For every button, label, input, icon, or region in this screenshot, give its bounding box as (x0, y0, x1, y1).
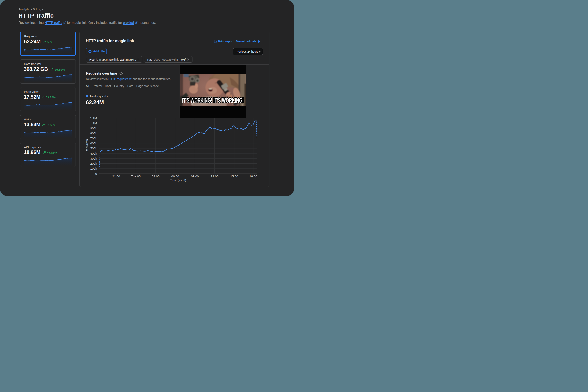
svg-text:21:00: 21:00 (112, 174, 120, 178)
svg-text:makeameme.org: makeameme.org (232, 104, 243, 106)
svg-text:18:00: 18:00 (250, 174, 257, 178)
svg-text:900k: 900k (90, 126, 97, 130)
svg-text:700k: 700k (90, 136, 97, 140)
svg-text:03:00: 03:00 (152, 174, 160, 178)
svg-text:800k: 800k (90, 132, 97, 135)
svg-text:200k: 200k (90, 162, 97, 165)
svg-text:100k: 100k (90, 167, 97, 170)
svg-text:400k: 400k (90, 152, 97, 155)
svg-text:Requests: Requests (85, 139, 88, 152)
svg-text:1M: 1M (92, 122, 97, 125)
svg-text:1.1M: 1.1M (90, 116, 97, 120)
svg-text:12:00: 12:00 (211, 174, 219, 178)
svg-text:600k: 600k (90, 142, 97, 145)
svg-text:15:00: 15:00 (231, 174, 238, 178)
svg-text:09:00: 09:00 (191, 174, 199, 178)
svg-text:Time (local): Time (local) (170, 178, 186, 182)
svg-text:0: 0 (95, 172, 97, 176)
svg-text:06:00: 06:00 (171, 174, 179, 178)
svg-text:500k: 500k (90, 146, 97, 150)
svg-text:Tue 05: Tue 05 (131, 174, 141, 178)
svg-text:300k: 300k (90, 157, 97, 160)
svg-text:IT'S WORKING! IT'S WORKING!: IT'S WORKING! IT'S WORKING! (182, 96, 244, 104)
